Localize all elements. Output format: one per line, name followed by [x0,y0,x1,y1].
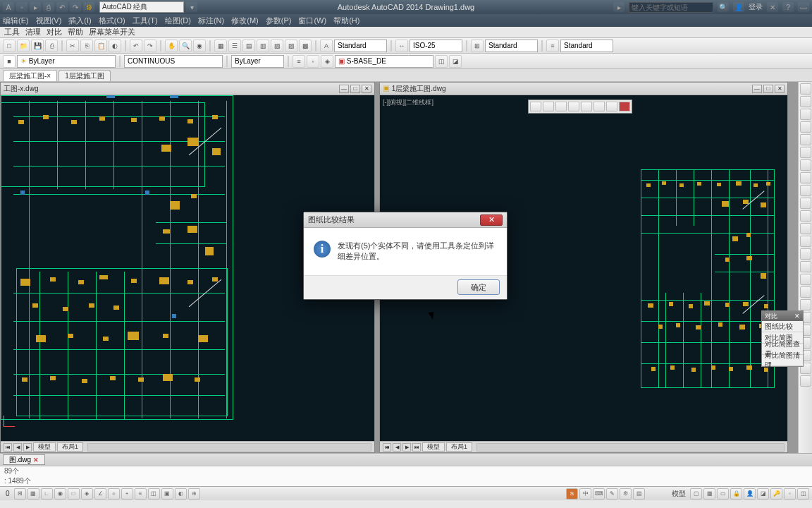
doc-tab-1[interactable]: 图.dwg✕ [3,454,45,465]
tb-dc-icon[interactable]: ▤ [242,40,255,52]
rs-arc-icon[interactable] [800,121,811,133]
user-icon[interactable]: 👤 [733,2,744,12]
sec-tools[interactable]: 工具 [4,27,20,37]
sb-tpy-icon[interactable]: ◫ [148,488,160,500]
tb-extra1-icon[interactable]: ◫ [435,55,448,68]
tb-text-icon[interactable]: A [320,40,333,52]
rs-text-icon[interactable] [800,210,811,222]
sb-layout-label[interactable]: 模型 [669,489,689,499]
menu-window[interactable]: 窗口(W) [298,16,326,26]
sb-ducs-icon[interactable]: ⟐ [108,488,120,500]
tb-layer-icon[interactable]: ☰ [228,40,241,52]
sb-anno-icon[interactable]: 🔒 [730,488,742,500]
sb-ui-icon[interactable]: ◪ [757,488,769,500]
rs-spline-icon[interactable] [800,172,811,183]
tb-open-icon[interactable]: 📁 [17,40,30,52]
compare-panel-title[interactable]: 对比✕ [762,311,803,321]
panel-min-icon[interactable]: — [339,85,349,93]
block-dd[interactable]: ▣ S-BASE_DE [335,55,433,68]
tb-table-icon[interactable]: ⊞ [471,40,484,52]
sb-qp-icon[interactable]: ▣ [161,488,173,500]
vt-btn6[interactable] [593,102,605,111]
sb-iso-icon[interactable]: ▫ [784,488,796,500]
app-icon[interactable]: A [3,2,14,12]
rs-pline-icon[interactable] [800,96,811,107]
ml-style-dd[interactable]: Standard [560,40,613,52]
rs-point-icon[interactable] [800,198,811,209]
close-icon[interactable]: ✕ [33,456,39,464]
fp-item-clear[interactable]: 对比简图清理 [762,355,803,366]
sb-grid-icon[interactable]: ▦ [27,488,39,500]
menu-edit[interactable]: 编辑(E) [3,16,29,26]
hscroll-right[interactable] [476,443,785,452]
open-icon[interactable]: ▸ [30,2,41,12]
tb-paste-icon[interactable]: 📋 [94,40,107,52]
sec-clean[interactable]: 清理 [25,27,41,37]
menu-view[interactable]: 视图(V) [36,16,62,26]
sec-compare[interactable]: 对比 [47,27,62,37]
tb-copy-icon[interactable]: ⎘ [80,40,93,52]
tab-nav-next[interactable]: ▶ [402,443,411,452]
rs-trim-icon[interactable] [800,261,811,272]
tab-file-2[interactable]: 1层梁施工图 [59,70,111,81]
sb-otrack-icon[interactable]: ∠ [94,488,106,500]
sb-ime3-icon[interactable]: ⚙ [620,488,632,500]
tb-tool-icon[interactable]: ▥ [257,40,269,52]
sb-ime1-icon[interactable]: ⌨ [593,488,605,500]
tab-nav-first[interactable]: ⏮ [383,443,391,452]
redo-icon[interactable]: ↷ [70,2,81,12]
sb-ortho-icon[interactable]: ∟ [41,488,53,500]
color-dd[interactable]: ByLayer [231,55,284,68]
menu-param[interactable]: 参数(P) [266,16,292,26]
fp-item-compare[interactable]: 图纸比较 [762,321,803,332]
vt-btn2[interactable] [543,102,554,111]
tb-zoom-icon[interactable]: 🔍 [179,40,192,52]
panel-close-icon[interactable]: ✕ [362,85,371,93]
rs-rect-icon[interactable] [800,134,811,145]
tb-cut-icon[interactable]: ✂ [66,40,79,52]
rs-move-icon[interactable] [800,223,811,234]
sb-layout-icon[interactable]: ▢ [690,488,702,500]
tb-pan-icon[interactable]: ✋ [165,40,178,52]
help-icon[interactable]: ? [782,2,794,12]
tb-ml-icon[interactable]: ≡ [546,40,559,52]
vt-btn1[interactable] [530,102,541,111]
tab-layout[interactable]: 布局1 [446,442,472,452]
sec-help[interactable]: 帮助 [68,27,83,37]
rs-poly-icon[interactable] [800,147,811,158]
panel-max-icon[interactable]: □ [763,85,773,93]
tab-file-1[interactable]: 层梁施工图-× [3,70,57,81]
tb-block-icon[interactable]: ▫ [307,55,319,68]
vt-btn4[interactable] [568,102,579,111]
workspace-icon[interactable]: ⚙ [83,2,94,12]
tab-nav-first[interactable]: ⏮ [4,443,12,452]
sb-as-icon[interactable]: 👤 [744,488,756,500]
sb-qview-icon[interactable]: ▦ [703,488,715,500]
rs-rotate-icon[interactable] [800,248,811,260]
tab-nav-next[interactable]: ▶ [23,443,32,452]
rs-line-icon[interactable] [800,83,811,95]
layer-dd[interactable]: ☀ ByLayer [17,55,116,68]
menu-help[interactable]: 帮助(H) [333,16,359,26]
tb-dim-icon[interactable]: ↔ [395,40,408,52]
sb-hw-icon[interactable]: 🔑 [770,488,782,500]
undo-icon[interactable]: ↶ [56,2,68,12]
search-icon[interactable]: 🔍 [718,2,729,12]
tb-print-icon[interactable]: ⎙ [45,40,58,52]
vt-btn5[interactable] [581,102,592,111]
tb-lineweight-icon[interactable]: ≡ [293,55,305,68]
tb-sheet-icon[interactable]: ▧ [271,40,283,52]
panel-min-icon[interactable]: — [752,85,762,93]
tb-match-icon[interactable]: ◐ [109,40,121,52]
vt-btn3[interactable] [555,102,567,111]
min-icon[interactable]: — [798,2,809,12]
tb-redo-icon[interactable]: ↷ [144,40,156,52]
viewport-label[interactable]: [-][俯视][二维线框] [383,98,433,107]
sb-ime4-icon[interactable]: ▤ [633,488,645,500]
tb-markup-icon[interactable]: ▨ [285,40,297,52]
dialog-close-button[interactable]: ✕ [480,214,503,226]
tb-save-icon[interactable]: 💾 [31,40,44,52]
tb-undo-icon[interactable]: ↶ [130,40,142,52]
hscroll-left[interactable] [87,443,371,452]
cmd-line-2[interactable]: : 1489个 [0,476,812,486]
